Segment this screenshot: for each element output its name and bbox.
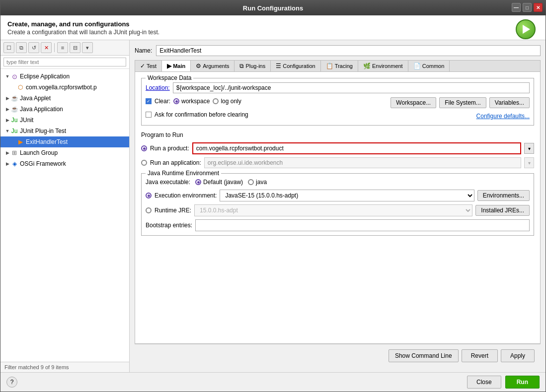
tab-common[interactable]: 📄 Common <box>408 61 450 71</box>
env-tab-icon: 🌿 <box>363 63 371 69</box>
run-application-input[interactable] <box>204 157 521 168</box>
tab-environment-label: Environment <box>372 63 403 69</box>
runtime-jre-label: Runtime JRE: <box>155 207 191 214</box>
title-bar: Run Configurations — □ ✕ <box>0 0 546 15</box>
exec-env-radio[interactable] <box>146 193 152 198</box>
run-product-input[interactable] <box>192 142 521 154</box>
tree-item-java-applet[interactable]: ▶ ☕ Java Applet <box>0 93 129 104</box>
tab-main[interactable]: ▶ Main <box>162 61 191 72</box>
run-application-label: Run an application: <box>150 159 201 166</box>
revert-button[interactable]: Revert <box>462 349 498 362</box>
workspace-buttons: Workspace... File System... Variables... <box>390 97 530 108</box>
plugin-icon: ⬡ <box>16 83 24 91</box>
expander-junit[interactable]: ▶ <box>4 118 10 123</box>
tree-label-junit: JUnit <box>20 117 33 124</box>
run-application-dropdown[interactable]: ▾ <box>524 157 534 168</box>
menu-button[interactable]: ▾ <box>82 42 93 53</box>
expander-java-app[interactable]: ▶ <box>4 107 10 112</box>
collapse-button[interactable]: ⊟ <box>70 42 80 53</box>
logonly-radio[interactable]: log only <box>213 98 241 105</box>
tree-item-junit-plugin[interactable]: ▼ Ju JUnit Plug-in Test <box>0 126 129 136</box>
expander-osgi[interactable]: ▶ <box>4 161 10 166</box>
default-javaw-radio[interactable]: Default (javaw) <box>195 179 243 186</box>
location-input[interactable] <box>173 82 530 93</box>
filesystem-btn[interactable]: File System... <box>439 97 486 108</box>
dialog-title: Run Configurations <box>243 4 303 12</box>
tab-arguments[interactable]: ⚙ Arguments <box>191 61 234 71</box>
common-tab-icon: 📄 <box>413 63 421 69</box>
tab-plugins-label: Plug-ins <box>245 63 265 69</box>
bootstrap-input[interactable] <box>195 219 530 231</box>
java-applet-icon: ☕ <box>10 94 18 102</box>
ask-confirm-checkbox[interactable] <box>146 112 152 118</box>
filter-button[interactable]: ≡ <box>57 42 68 53</box>
tab-test[interactable]: ✓ Test <box>135 61 162 71</box>
clear-checkbox[interactable]: ✓ <box>146 98 152 104</box>
name-row: Name: <box>135 45 541 56</box>
exec-env-select[interactable]: JavaSE-15 (15.0.0.hs-adpt) <box>220 190 474 201</box>
tree-item-com-vogella[interactable]: ⬡ com.vogella.rcpforswtbot.p <box>0 82 129 93</box>
workspace-radio-dot[interactable] <box>173 98 179 104</box>
duplicate-button[interactable]: ⧉ <box>16 42 27 53</box>
tree-label-java-app: Java Application <box>20 106 63 113</box>
run-product-dropdown[interactable]: ▾ <box>524 143 534 154</box>
tree-item-java-app[interactable]: ▶ ☕ Java Application <box>0 104 129 115</box>
installed-jres-btn[interactable]: Installed JREs... <box>475 205 530 216</box>
filter-input[interactable] <box>3 58 126 66</box>
sidebar-footer: Filter matched 9 of 9 items <box>0 362 129 372</box>
close-titlebar-button[interactable]: ✕ <box>534 3 543 12</box>
show-command-line-button[interactable]: Show Command Line <box>389 349 459 362</box>
run-application-radio[interactable] <box>141 160 147 166</box>
launch-icon: ⊞ <box>10 149 18 157</box>
expander-java-applet[interactable]: ▶ <box>4 96 10 101</box>
name-input[interactable] <box>156 45 541 56</box>
java-dot[interactable] <box>248 179 254 185</box>
delete-button[interactable]: ✕ <box>41 42 52 53</box>
tab-environment[interactable]: 🌿 Environment <box>358 61 408 71</box>
runtime-jre-radio[interactable] <box>146 207 152 213</box>
help-button[interactable]: ? <box>6 377 17 388</box>
tree-item-exit-handler[interactable]: ▶ ExitHandlerTest <box>0 136 129 147</box>
java-radio[interactable]: java <box>248 179 267 186</box>
tree-label-exit-handler: ExitHandlerTest <box>26 138 68 145</box>
run-button-header[interactable] <box>516 19 536 39</box>
filter-status: Filter matched 9 of 9 items <box>4 364 69 370</box>
tree-item-junit[interactable]: ▶ Ju JUnit <box>0 115 129 126</box>
environments-btn[interactable]: Environments... <box>477 190 530 201</box>
close-button[interactable]: Close <box>467 376 501 389</box>
tab-plugins[interactable]: ⧉ Plug-ins <box>234 61 271 71</box>
maximize-button[interactable]: □ <box>523 3 532 12</box>
run-button[interactable]: Run <box>505 376 540 389</box>
variables-btn[interactable]: Variables... <box>489 97 530 108</box>
default-javaw-dot[interactable] <box>195 179 201 185</box>
program-title: Program to Run <box>141 131 534 138</box>
bottom-action-buttons: Show Command Line Revert Apply <box>135 344 541 367</box>
tree-label-osgi: OSGi Framework <box>20 160 66 167</box>
tree-label-junit-plugin: JUnit Plug-in Test <box>20 128 66 134</box>
tree-item-osgi[interactable]: ▶ ◈ OSGi Framework <box>0 158 129 169</box>
tree-item-eclipse-app[interactable]: ▼ ⊙ Eclipse Application <box>0 71 129 82</box>
tab-arguments-label: Arguments <box>203 63 229 69</box>
bootstrap-label: Bootstrap entries: <box>146 222 192 229</box>
run-product-radio[interactable] <box>141 145 147 151</box>
expander-eclipse[interactable]: ▼ <box>4 74 10 79</box>
new-config-button[interactable]: ☐ <box>3 42 14 53</box>
configure-defaults-link[interactable]: Configure defaults... <box>476 113 530 120</box>
expander-junit-plugin[interactable]: ▼ <box>4 129 10 133</box>
tab-tracing[interactable]: 📋 Tracing <box>321 61 358 71</box>
tab-configuration[interactable]: ☰ Configuration <box>271 61 320 71</box>
workspace-btn[interactable]: Workspace... <box>390 97 436 108</box>
expander-launch[interactable]: ▶ <box>4 150 10 155</box>
runtime-jre-select[interactable]: 15.0.0.hs-adpt <box>194 204 472 216</box>
apply-button[interactable]: Apply <box>501 349 535 362</box>
eclipse-icon: ⊙ <box>10 72 18 80</box>
refresh-button[interactable]: ↺ <box>28 42 39 53</box>
logonly-radio-dot[interactable] <box>213 98 219 104</box>
tree-item-launch-group[interactable]: ▶ ⊞ Launch Group <box>0 147 129 158</box>
sidebar: ☐ ⧉ ↺ ✕ ≡ ⊟ ▾ ▼ ⊙ Eclipse A <box>0 40 130 372</box>
test-tab-icon: ✓ <box>140 63 145 69</box>
workspace-radio[interactable]: workspace <box>173 98 210 105</box>
location-label[interactable]: Location: <box>146 84 170 91</box>
filter-wrap <box>0 56 129 69</box>
minimize-button[interactable]: — <box>512 3 521 12</box>
